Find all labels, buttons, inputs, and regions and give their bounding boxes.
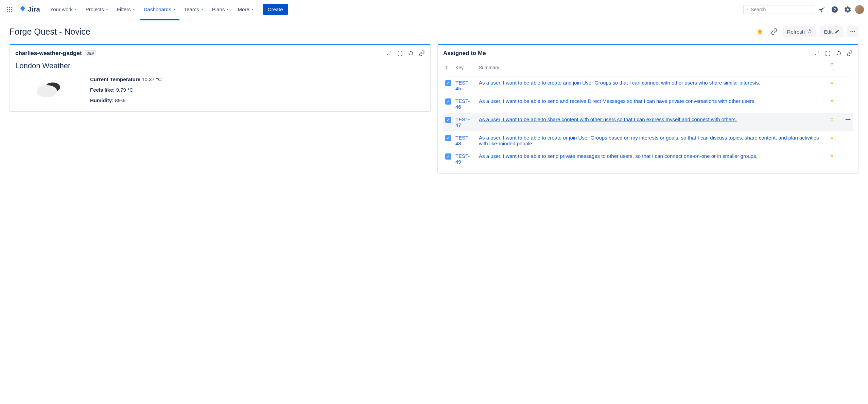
svg-point-5 [11,9,12,10]
minimize-icon[interactable] [386,50,392,56]
create-button[interactable]: Create [263,4,288,15]
assigned-table: T Key Summary P ✓TEST-45As a user, I wan… [443,59,853,168]
task-type-icon: ✓ [445,117,451,123]
maximize-icon[interactable] [397,50,403,56]
table-row: ✓TEST-45As a user, I want to be able to … [443,76,853,95]
task-type-icon: ✓ [445,98,451,105]
edit-button[interactable]: Edit [820,26,844,37]
page-actions: Refresh Edit [754,26,858,37]
task-type-icon: ✓ [445,135,451,141]
issue-key-link[interactable]: TEST-48 [455,135,470,146]
priority-icon: = [830,153,833,159]
link-icon[interactable] [419,50,425,56]
refresh-icon[interactable] [836,50,842,56]
issue-key-link[interactable]: TEST-45 [455,80,470,91]
jira-logo[interactable]: Jira [16,5,43,13]
page-header: Forge Quest - Novice Refresh Edit [10,26,858,37]
maximize-icon[interactable] [825,50,831,56]
chevron-down-icon [74,8,77,11]
header-right: ? [743,4,864,15]
link-icon[interactable] [847,50,853,56]
chevron-down-icon [226,8,229,11]
temperature-row: Current Temperature 10.37 °C [90,76,425,82]
task-type-icon: ✓ [445,153,451,160]
nav-filters[interactable]: Filters [114,4,139,15]
pencil-icon [835,29,839,34]
svg-point-13 [854,31,855,32]
issue-summary-link[interactable]: As a user, I want to be able to send and… [479,98,756,104]
dashboard-cards: charlies-weather-gadget DEV London Weath… [10,44,858,174]
priority-icon: = [830,117,833,122]
star-icon[interactable] [754,26,765,37]
humidity-row: Humidity: 89% [90,97,425,103]
col-type[interactable]: T [443,59,453,76]
task-type-icon: ✓ [445,80,451,86]
svg-point-3 [7,9,8,10]
search-icon [747,7,748,12]
svg-point-15 [37,85,57,97]
svg-text:?: ? [833,7,836,12]
gadget-name: charlies-weather-gadget [15,50,82,57]
refresh-icon[interactable] [408,50,414,56]
product-name: Jira [28,5,40,13]
priority-icon: = [830,135,833,141]
dev-badge: DEV [85,50,97,56]
page-title: Forge Quest - Novice [10,27,90,37]
issue-summary-link[interactable]: As a user, I want to be able to create a… [479,80,760,86]
issue-key-link[interactable]: TEST-46 [455,98,470,110]
user-avatar[interactable] [855,5,864,14]
svg-point-6 [7,11,8,12]
svg-point-7 [9,11,10,12]
chevron-down-icon [105,8,109,11]
nav-teams[interactable]: Teams [181,4,207,15]
search-box[interactable] [743,5,814,14]
share-link-icon[interactable] [769,26,780,37]
issue-summary-link[interactable]: As a user, I want to be able to create o… [479,135,819,146]
nav-more[interactable]: More [234,4,257,15]
nav-your-work[interactable]: Your work [47,4,81,15]
table-row: ✓TEST-49As a user, I want to be able to … [443,150,853,168]
refresh-button[interactable]: Refresh [783,26,817,37]
weather-title: London Weather [10,59,430,74]
notifications-icon[interactable] [816,4,827,15]
svg-point-0 [7,6,8,7]
jira-logo-icon [19,6,27,13]
svg-point-1 [9,6,10,7]
table-row: ✓TEST-46As a user, I want to be able to … [443,95,853,113]
col-summary[interactable]: Summary [477,59,828,76]
chevron-down-icon [173,8,176,11]
chevron-down-icon [201,8,204,11]
assigned-gadget: Assigned to Me T Key Summary P ✓TEST-45A [437,44,858,174]
issue-key-link[interactable]: TEST-47 [455,116,470,128]
nav-plans[interactable]: Plans [209,4,233,15]
col-key[interactable]: Key [453,59,477,76]
primary-nav: Your work Projects Filters Dashboards Te… [47,4,288,15]
gadget-title: Assigned to Me [443,50,486,57]
global-header: Jira Your work Projects Filters Dashboar… [0,0,868,19]
col-priority[interactable]: P [828,59,840,76]
chevron-down-icon [832,68,836,72]
svg-point-2 [11,6,12,7]
nav-dashboards[interactable]: Dashboards [140,4,179,15]
search-input[interactable] [751,7,810,12]
issue-summary-link[interactable]: As a user, I want to be able to send pri… [479,153,758,159]
nav-projects[interactable]: Projects [82,4,112,15]
issue-key-link[interactable]: TEST-49 [455,153,470,165]
refresh-icon [807,29,812,34]
feels-like-row: Feels like: 9.79 °C [90,87,425,93]
priority-icon: = [830,98,833,104]
issue-summary-link[interactable]: As a user, I want to be able to share co… [479,116,737,122]
minimize-icon[interactable] [814,50,820,56]
app-switcher-icon[interactable] [4,4,15,15]
weather-condition-icon [15,80,83,100]
help-icon[interactable]: ? [829,4,840,15]
priority-icon: = [830,80,833,86]
svg-point-11 [850,31,851,32]
row-more-icon[interactable]: ••• [843,116,851,122]
svg-point-12 [852,31,853,32]
settings-icon[interactable] [842,4,853,15]
svg-point-4 [9,9,10,10]
svg-point-8 [11,11,12,12]
page-content: Forge Quest - Novice Refresh Edit charli… [0,19,868,181]
more-button[interactable] [847,26,858,37]
